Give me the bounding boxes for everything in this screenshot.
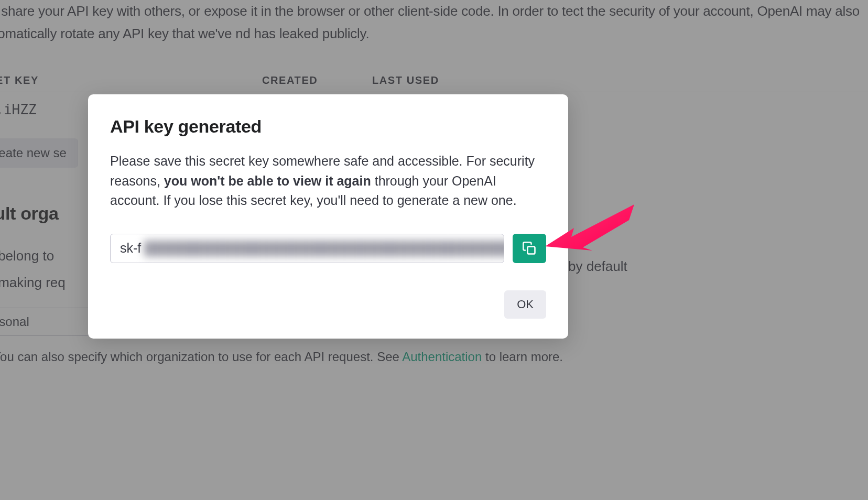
secret-key-row: sk-f ███████████████████████████████████… bbox=[110, 234, 546, 263]
svg-rect-0 bbox=[528, 246, 535, 254]
modal-footer: OK bbox=[110, 290, 546, 319]
modal-title: API key generated bbox=[110, 116, 546, 137]
modal-body: Please save this secret key somewhere sa… bbox=[110, 151, 546, 211]
secret-key-obscured: ████████████████████████████████████████… bbox=[144, 241, 504, 256]
copy-key-button[interactable] bbox=[513, 234, 546, 263]
secret-key-field[interactable]: sk-f ███████████████████████████████████… bbox=[110, 234, 504, 263]
secret-key-prefix: sk-f bbox=[120, 241, 141, 256]
ok-button[interactable]: OK bbox=[504, 290, 546, 319]
copy-icon bbox=[522, 241, 537, 256]
modal-body-bold: you won't be able to view it again bbox=[164, 173, 371, 188]
api-key-generated-modal: API key generated Please save this secre… bbox=[88, 94, 568, 339]
